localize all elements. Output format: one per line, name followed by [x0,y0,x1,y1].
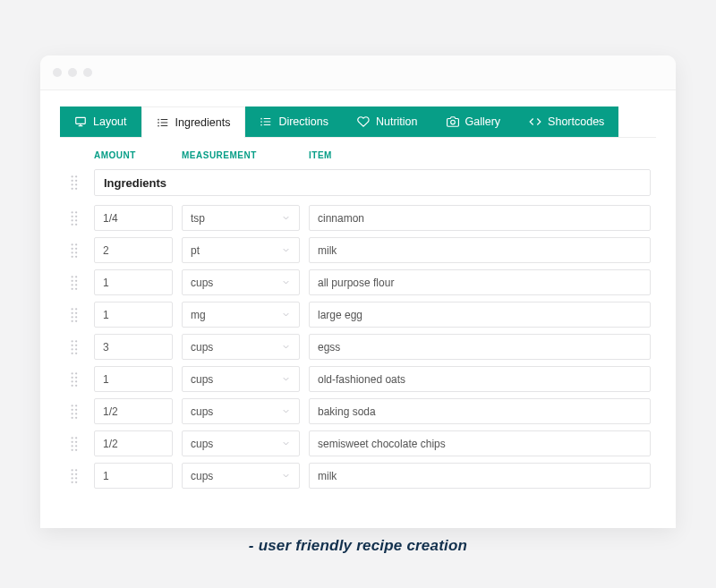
measurement-select[interactable]: pt [182,237,300,263]
tab-ingredients[interactable]: Ingredients [141,107,246,138]
measurement-select[interactable]: cups [182,463,300,489]
amount-input[interactable] [94,398,173,424]
measurement-select[interactable]: cups [182,366,300,392]
code-icon [529,115,541,128]
svg-point-48 [72,308,73,310]
measurement-value: tsp [191,212,205,225]
chevron-down-icon [281,245,291,255]
svg-point-17 [75,175,77,177]
chevron-down-icon [281,439,291,448]
drag-handle[interactable] [65,468,85,484]
svg-point-27 [75,215,77,217]
measurement-select[interactable]: cups [182,398,300,424]
grip-icon [70,175,81,191]
list-icon [260,115,272,128]
amount-input[interactable] [94,430,173,456]
grip-icon [70,275,81,291]
camera-icon [447,115,459,128]
item-input[interactable] [309,302,651,328]
svg-point-62 [72,352,73,354]
ingredient-row: cups [65,463,651,489]
svg-point-76 [72,413,73,414]
amount-input[interactable] [94,269,173,295]
svg-point-51 [75,311,77,313]
svg-point-44 [72,284,73,285]
svg-point-55 [75,320,77,321]
section-title-input[interactable] [94,169,651,196]
svg-point-45 [75,284,77,285]
drag-handle[interactable] [65,436,85,452]
item-input[interactable] [309,463,651,489]
window-dot [53,68,62,77]
amount-input[interactable] [94,302,173,328]
item-input[interactable] [309,366,651,392]
tab-label: Gallery [465,115,501,128]
svg-point-56 [72,340,73,342]
amount-input[interactable] [94,205,173,231]
measurement-select[interactable]: cups [182,430,300,456]
chevron-down-icon [281,374,291,384]
drag-handle[interactable] [65,371,85,388]
svg-point-8 [158,125,158,126]
measurement-select[interactable]: tsp [182,205,300,231]
tab-nutrition[interactable]: Nutrition [343,107,432,137]
svg-point-41 [75,276,77,277]
svg-rect-0 [76,117,86,124]
svg-point-15 [450,120,455,124]
drag-handle[interactable] [65,175,85,191]
col-amount: AMOUNT [94,150,173,160]
item-input[interactable] [309,334,651,360]
item-input[interactable] [309,205,651,231]
svg-point-26 [72,215,73,217]
svg-point-87 [75,448,77,450]
grip-icon [70,243,81,259]
item-input[interactable] [309,398,651,424]
amount-input[interactable] [94,366,173,392]
drag-handle[interactable] [65,243,85,259]
amount-input[interactable] [94,334,173,360]
svg-point-65 [75,372,77,374]
tab-gallery[interactable]: Gallery [432,107,516,137]
svg-point-90 [72,473,73,474]
window-dot [68,68,77,77]
svg-point-94 [72,481,73,482]
tab-layout[interactable]: Layout [60,107,141,137]
item-input[interactable] [309,269,651,295]
amount-input[interactable] [94,463,173,489]
svg-point-78 [72,416,73,418]
svg-point-63 [75,352,77,354]
window-dot [83,68,92,77]
caption: - user friendly recipe creation [0,537,716,555]
svg-point-23 [75,188,77,190]
svg-point-54 [72,320,73,321]
measurement-select[interactable]: mg [182,302,300,328]
amount-input[interactable] [94,237,173,263]
measurement-select[interactable]: cups [182,334,300,360]
window-title-bar [40,55,676,89]
tab-shortcodes[interactable]: Shortcodes [515,107,618,137]
drag-handle[interactable] [65,275,85,291]
tab-directions[interactable]: Directions [245,107,343,137]
ingredient-row: cups [65,430,651,456]
svg-point-93 [75,477,77,479]
svg-point-43 [75,279,77,281]
svg-point-91 [75,473,77,474]
measurement-select[interactable]: cups [182,269,300,295]
svg-point-70 [72,384,73,386]
drag-handle[interactable] [65,210,85,226]
app-content: Layout Ingredients Directions Nutrition … [40,89,676,528]
drag-handle[interactable] [65,404,85,420]
svg-point-32 [72,243,73,245]
svg-point-13 [261,122,262,123]
item-input[interactable] [309,237,651,263]
svg-point-34 [72,247,73,249]
measurement-value: pt [191,244,200,257]
chevron-down-icon [281,342,291,352]
svg-point-72 [72,405,73,406]
drag-handle[interactable] [65,339,85,355]
item-input[interactable] [309,430,651,456]
ingredient-row: cups [65,334,651,360]
tabs: Layout Ingredients Directions Nutrition … [60,107,656,138]
svg-point-52 [72,316,73,318]
drag-handle[interactable] [65,307,85,323]
